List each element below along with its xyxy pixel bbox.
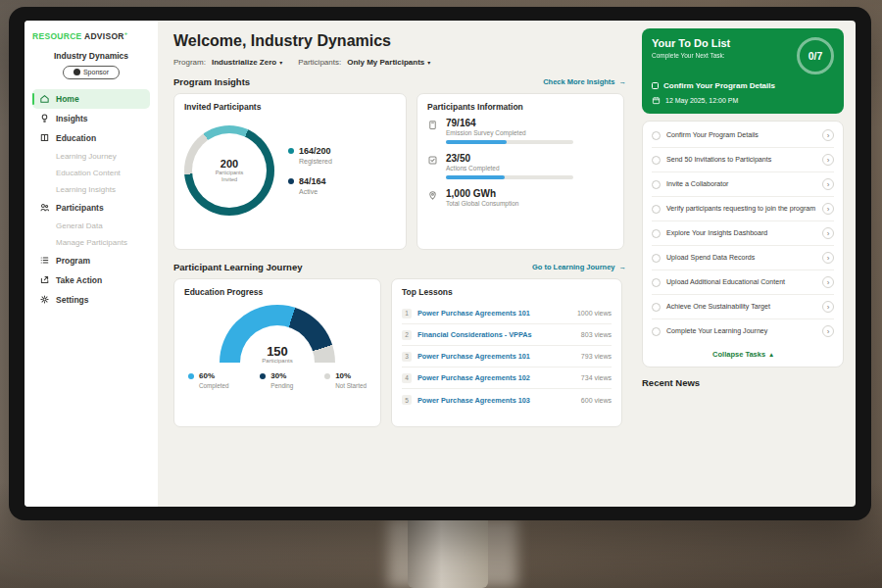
lesson-link[interactable]: Financial Considerations - VPPAs — [417, 330, 575, 339]
lesson-rank: 1 — [402, 309, 412, 318]
legend-dot — [260, 373, 266, 379]
sponsor-badge[interactable]: Sponsor — [63, 66, 120, 79]
chevron-right-icon[interactable]: › — [822, 325, 834, 337]
chevron-right-icon[interactable]: › — [822, 301, 834, 313]
sidebar-item-education-content[interactable]: Education Content — [32, 165, 150, 181]
chevron-right-icon[interactable]: › — [822, 129, 834, 141]
sidebar-item-general-data[interactable]: General Data — [32, 218, 150, 234]
sidebar-item-learning-journey[interactable]: Learning Journey — [32, 148, 150, 165]
progress-bar — [446, 175, 573, 179]
task-row[interactable]: Explore Your Insights Dashboard › — [652, 221, 834, 246]
chevron-right-icon[interactable]: › — [822, 178, 834, 190]
sidebar-item-settings[interactable]: Settings — [32, 290, 150, 310]
task-label: Upload Spend Data Records — [666, 254, 816, 263]
lesson-views: 734 views — [581, 374, 612, 381]
legend-value: 84/164 — [299, 176, 326, 186]
chevron-right-icon[interactable]: › — [822, 276, 834, 288]
sidebar-item-learning-insights[interactable]: Learning Insights — [32, 181, 150, 198]
legend-label: Completed — [199, 382, 228, 389]
chevron-right-icon[interactable]: › — [822, 154, 834, 166]
checkbox-icon[interactable] — [652, 303, 661, 312]
lesson-rank: 3 — [402, 352, 412, 362]
checkbox-icon[interactable] — [652, 205, 661, 214]
lesson-row[interactable]: 4 Power Purchase Agreements 102 734 view… — [402, 368, 612, 389]
lesson-row[interactable]: 1 Power Purchase Agreements 101 1000 vie… — [402, 303, 612, 324]
gauge-center: 150 Participants — [220, 345, 335, 364]
stat-row: 1,000 GWh Total Global Consumption — [427, 188, 613, 207]
clipboard-icon — [427, 120, 438, 130]
stat-label: Total Global Consumption — [446, 200, 518, 207]
sidebar-item-label: Home — [56, 94, 79, 104]
chevron-down-icon: ▾ — [279, 59, 282, 66]
stat-value: 79/164 — [446, 118, 573, 128]
task-row[interactable]: Confirm Your Program Details › — [652, 123, 834, 148]
chevron-right-icon[interactable]: › — [822, 227, 834, 239]
checkbox-icon[interactable] — [652, 327, 661, 336]
program-select[interactable]: Industrialize Zero ▾ — [212, 58, 282, 67]
participants-filter-label: Participants: — [298, 58, 341, 67]
sidebar-item-insights[interactable]: Insights — [32, 109, 150, 128]
sidebar-item-take-action[interactable]: Take Action — [32, 270, 150, 290]
top-lessons-card: Top Lessons 1 Power Purchase Agreements … — [391, 278, 622, 427]
collapse-tasks-button[interactable]: Collapse Tasks ▴ — [652, 343, 834, 365]
chevron-right-icon[interactable]: › — [822, 252, 834, 264]
list-icon — [39, 255, 50, 266]
sidebar-item-label: Manage Participants — [56, 238, 127, 247]
checkbox-icon[interactable] — [652, 229, 661, 238]
lesson-row[interactable]: 5 Power Purchase Agreements 103 600 view… — [402, 389, 612, 411]
check-more-insights-link[interactable]: Check More Insights → — [543, 77, 626, 86]
home-icon — [39, 93, 50, 104]
org-name: Industry Dynamics — [32, 51, 150, 61]
checkbox-icon[interactable] — [652, 254, 661, 263]
lesson-link[interactable]: Power Purchase Agreements 102 — [417, 373, 575, 382]
todo-column: Your To Do List Complete Your Next Task:… — [638, 21, 856, 507]
task-row[interactable]: Complete Your Learning Journey › — [652, 319, 834, 343]
participants-select[interactable]: Only My Participants ▾ — [347, 58, 430, 67]
next-task-row[interactable]: Confirm Your Program Details — [652, 81, 834, 90]
task-row[interactable]: Invite a Collaborator › — [652, 172, 834, 197]
gauge-center-value: 150 — [220, 345, 335, 358]
participants-information-card: Participants Information 79/164 Emission… — [416, 93, 624, 250]
task-row[interactable]: Send 50 Invitations to Participants › — [652, 148, 834, 172]
legend-dot — [288, 178, 294, 184]
todo-progress-ring: 0/7 — [797, 37, 834, 74]
next-task-label: Confirm Your Program Details — [663, 81, 775, 90]
lesson-link[interactable]: Power Purchase Agreements 103 — [417, 396, 575, 405]
legend-item: 30% Pending — [260, 371, 293, 389]
checkbox-icon[interactable] — [652, 131, 661, 140]
monitor-stand — [408, 518, 488, 588]
education-progress-card: Education Progress 150 Participants — [173, 278, 381, 427]
go-to-learning-journey-link[interactable]: Go to Learning Journey → — [532, 263, 626, 271]
sponsor-label: Sponsor — [83, 69, 109, 75]
lesson-link[interactable]: Power Purchase Agreements 101 — [417, 309, 571, 318]
lesson-row[interactable]: 2 Financial Considerations - VPPAs 803 v… — [402, 324, 612, 346]
lesson-row[interactable]: 3 Power Purchase Agreements 101 793 view… — [402, 346, 612, 368]
legend-label: Pending — [270, 382, 293, 389]
checkbox-icon[interactable] — [652, 82, 659, 89]
program-insights-header: Program Insights Check More Insights → — [173, 76, 626, 87]
gauge-center-label: Participants — [220, 358, 335, 364]
sidebar-item-education[interactable]: Education — [32, 128, 150, 148]
chevron-right-icon[interactable]: › — [822, 203, 834, 215]
donut-center-value: 200 — [220, 158, 238, 170]
checkbox-icon[interactable] — [652, 156, 661, 165]
arrow-right-icon: → — [619, 77, 627, 86]
task-row[interactable]: Upload Spend Data Records › — [652, 246, 834, 270]
task-label: Explore Your Insights Dashboard — [666, 229, 816, 238]
stat-row: 23/50 Actions Completed — [427, 153, 613, 179]
task-row[interactable]: Verify participants requesting to join t… — [652, 197, 834, 221]
sidebar-item-program[interactable]: Program — [32, 251, 150, 270]
sidebar-item-participants[interactable]: Participants — [32, 198, 150, 218]
location-pin-icon — [427, 190, 438, 201]
sidebar-item-label: Take Action — [56, 275, 102, 285]
lesson-link[interactable]: Power Purchase Agreements 101 — [417, 352, 575, 361]
sidebar-item-manage-participants[interactable]: Manage Participants — [32, 234, 150, 251]
task-label: Confirm Your Program Details — [666, 131, 816, 140]
task-row[interactable]: Upload Additional Educational Content › — [652, 270, 834, 295]
legend-value: 10% — [335, 371, 351, 380]
task-row[interactable]: Achieve One Sustainability Target › — [652, 295, 834, 319]
checkbox-icon[interactable] — [652, 278, 661, 287]
checkbox-icon[interactable] — [652, 180, 661, 189]
sidebar-item-home[interactable]: Home — [32, 89, 150, 109]
todo-subtitle: Complete Your Next Task: — [652, 52, 730, 59]
